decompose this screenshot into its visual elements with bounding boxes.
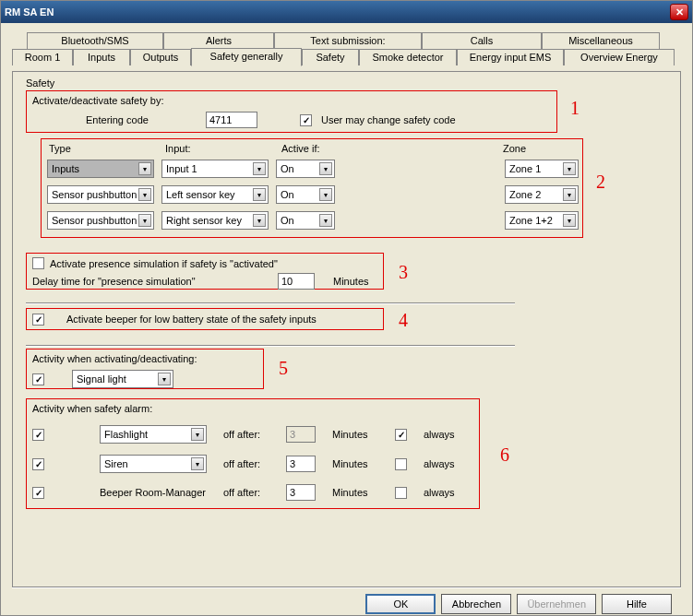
always-label: always [424, 487, 455, 498]
tab-energy-input-ems[interactable]: Energy input EMS [457, 49, 564, 65]
beeper-label: Activate beeper for low battery state of… [66, 314, 317, 325]
section-4: Activate beeper for low battery state of… [26, 308, 384, 330]
tab-smoke-detector[interactable]: Smoke detector [359, 49, 457, 65]
user-change-checkbox[interactable] [300, 114, 312, 126]
close-button[interactable]: ✕ [670, 4, 688, 20]
sec5-checkbox[interactable] [32, 373, 44, 385]
always-checkbox[interactable] [395, 429, 407, 441]
tab-calls[interactable]: Calls [422, 32, 542, 49]
dialog-buttons: OK Abbrechen Übernehmen Hilfe [12, 587, 681, 616]
delay-minutes: Minutes [333, 276, 369, 287]
active-dropdown[interactable]: On▾ [276, 211, 335, 230]
off-after-label: off after: [223, 487, 269, 498]
alarm-row-checkbox[interactable] [32, 458, 44, 470]
zone-dropdown[interactable]: Zone 2▾ [505, 185, 579, 204]
col-input: Input: [165, 143, 191, 154]
alarm-row-checkbox[interactable] [32, 487, 44, 499]
sec2-row: Sensor pushbutton▾Right sensor key▾On▾Zo… [47, 211, 579, 230]
tab-room1[interactable]: Room 1 [12, 49, 73, 65]
input-dropdown[interactable]: Right sensor key▾ [161, 211, 269, 230]
section-6: Activity when safety alarm: Flashlight▾o… [26, 398, 480, 509]
tab-safety[interactable]: Safety [302, 49, 359, 65]
safety-header: Safety [26, 77, 54, 89]
code-input[interactable] [206, 112, 257, 128]
tabpanel-safety-generally: Safety Activate/deactivate safety by: En… [12, 71, 681, 587]
window-title: RM SA EN [5, 6, 54, 18]
annotation-5: 5 [279, 358, 288, 379]
chevron-down-icon: ▾ [138, 188, 151, 201]
tab-alerts[interactable]: Alerts [163, 32, 274, 49]
alarm-row-checkbox[interactable] [32, 429, 44, 441]
sec6-row: Flashlight▾off after:Minutesalways [32, 425, 473, 444]
entering-code-label: Entering code [86, 114, 197, 125]
cancel-button[interactable]: Abbrechen [441, 594, 511, 614]
chevron-down-icon: ▾ [563, 188, 576, 201]
chevron-down-icon: ▾ [319, 188, 332, 201]
beeper-checkbox[interactable] [32, 314, 44, 326]
help-button[interactable]: Hilfe [602, 594, 672, 614]
chevron-down-icon: ▾ [319, 162, 332, 175]
tab-inputs[interactable]: Inputs [73, 49, 130, 65]
ok-button[interactable]: OK [365, 594, 436, 614]
chevron-down-icon: ▾ [138, 214, 151, 227]
always-checkbox[interactable] [395, 458, 407, 470]
tab-bluetooth-sms[interactable]: Bluetooth/SMS [27, 32, 163, 49]
col-active: Active if: [281, 143, 320, 154]
delay-label: Delay time for "presence simulation" [32, 276, 272, 287]
sec1-title: Activate/deactivate safety by: [32, 95, 551, 106]
tab-safety-generally[interactable]: Safety generally [191, 48, 302, 66]
type-dropdown[interactable]: Sensor pushbutton▾ [47, 211, 154, 230]
dropdown-value: Zone 1 [509, 163, 541, 174]
dropdown-value: Sensor pushbutton [52, 189, 137, 200]
dropdown-value: On [281, 215, 294, 226]
always-label: always [424, 429, 455, 440]
sec5-dropdown[interactable]: Signal light ▾ [72, 370, 173, 388]
col-type: Type [49, 143, 71, 154]
minutes-label: Minutes [332, 458, 378, 469]
always-label: always [424, 458, 455, 469]
type-dropdown[interactable]: Inputs▾ [47, 160, 154, 178]
active-dropdown[interactable]: On▾ [276, 185, 335, 204]
off-after-input[interactable] [286, 484, 316, 501]
tab-outputs[interactable]: Outputs [130, 49, 191, 65]
dropdown-value: Zone 1+2 [509, 215, 553, 226]
off-after-label: off after: [223, 458, 269, 469]
alarm-device-dropdown[interactable]: Siren▾ [100, 455, 207, 473]
always-checkbox[interactable] [395, 487, 407, 499]
tabstrip: Bluetooth/SMS Alerts Text submission: Ca… [12, 32, 681, 67]
apply-button[interactable]: Übernehmen [517, 594, 596, 614]
dropdown-value: On [281, 163, 294, 174]
delay-input[interactable] [278, 273, 315, 290]
type-dropdown[interactable]: Sensor pushbutton▾ [47, 185, 154, 204]
dropdown-value: Input 1 [166, 163, 197, 174]
dropdown-value: Siren [104, 458, 128, 469]
chevron-down-icon: ▾ [253, 188, 266, 201]
dropdown-value: Flashlight [104, 429, 148, 440]
tab-overview-energy[interactable]: Overview Energy [564, 49, 675, 65]
dropdown-value: Left sensor key [166, 189, 235, 200]
titlebar: RM SA EN ✕ [1, 1, 692, 23]
minutes-label: Minutes [332, 487, 378, 498]
chevron-down-icon: ▾ [253, 162, 266, 175]
alarm-device-dropdown[interactable]: Flashlight▾ [100, 425, 207, 444]
sec5-dropdown-value: Signal light [77, 373, 126, 385]
annotation-2: 2 [596, 172, 605, 193]
tab-text-submission[interactable]: Text submission: [274, 32, 422, 49]
dropdown-value: Inputs [52, 163, 79, 174]
section-2: Type Input: Active if: Zone Inputs▾Input… [41, 138, 583, 238]
minutes-label: Minutes [332, 429, 378, 440]
user-change-label: User may change safety code [321, 114, 456, 125]
active-dropdown[interactable]: On▾ [276, 160, 335, 178]
input-dropdown[interactable]: Input 1▾ [161, 160, 269, 178]
presence-sim-checkbox[interactable] [32, 257, 44, 269]
sec6-row: Siren▾off after:Minutesalways [32, 455, 473, 473]
dropdown-value: Zone 2 [509, 189, 541, 200]
input-dropdown[interactable]: Left sensor key▾ [161, 185, 269, 204]
zone-dropdown[interactable]: Zone 1▾ [505, 160, 579, 178]
dropdown-value: Right sensor key [166, 215, 242, 226]
zone-dropdown[interactable]: Zone 1+2▾ [505, 211, 579, 230]
annotation-1: 1 [570, 98, 579, 119]
tab-miscellaneous[interactable]: Miscellaneous [542, 32, 660, 49]
chevron-down-icon: ▾ [563, 162, 576, 175]
off-after-input[interactable] [286, 456, 316, 472]
